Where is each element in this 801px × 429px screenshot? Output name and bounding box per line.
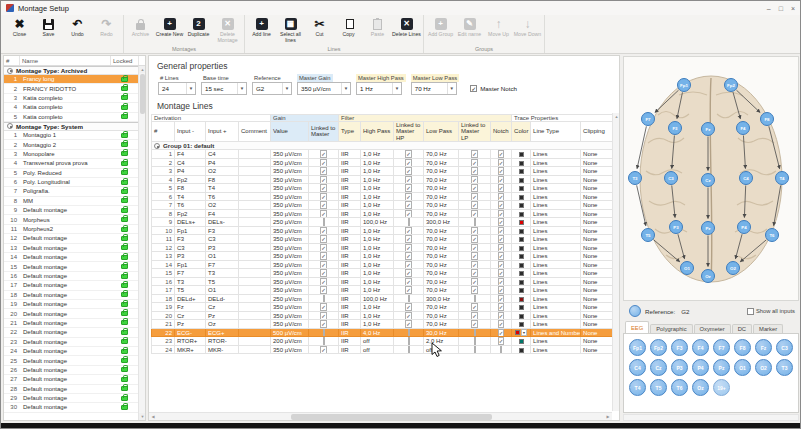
save-button[interactable]: Save bbox=[34, 16, 63, 45]
input-electrode-fp1[interactable]: Fp1 bbox=[629, 339, 646, 356]
input-minus-cell[interactable]: F8 bbox=[175, 184, 206, 193]
clipping-cell[interactable]: None bbox=[581, 269, 614, 278]
comment-cell[interactable] bbox=[239, 209, 271, 218]
filter-type-cell[interactable]: IIR bbox=[339, 252, 361, 261]
line-row[interactable]: 8Fp2F4350 µV/cm✓IIR1,0 Hz✓70,0 Hz✓✓Lines… bbox=[152, 209, 614, 218]
gain-cell[interactable]: 350 µV/cm bbox=[271, 235, 309, 244]
color-cell[interactable] bbox=[512, 158, 531, 167]
line-type-cell[interactable]: Lines bbox=[531, 184, 581, 193]
montage-row[interactable]: 2Montaggio 2 bbox=[4, 140, 138, 149]
montage-row[interactable]: 24Default montage bbox=[4, 347, 138, 356]
map-electrode-t3[interactable]: T3 bbox=[629, 172, 642, 185]
comment-cell[interactable] bbox=[239, 294, 271, 303]
clipping-cell[interactable]: None bbox=[581, 243, 614, 252]
checkbox[interactable]: ✓ bbox=[471, 286, 478, 294]
gain-cell[interactable]: 350 µV/cm bbox=[271, 167, 309, 176]
filter-type-cell[interactable]: IIR bbox=[339, 209, 361, 218]
montage-group-header[interactable]: Montage Type: System bbox=[4, 122, 138, 131]
tab-marker[interactable]: Marker bbox=[753, 324, 783, 333]
comment-cell[interactable] bbox=[239, 337, 271, 346]
line-type-cell[interactable]: Lines bbox=[531, 294, 581, 303]
input-minus-cell[interactable]: T4 bbox=[175, 192, 206, 201]
low-pass-cell[interactable]: 30,0 Hz bbox=[424, 328, 459, 337]
color-swatch[interactable] bbox=[519, 186, 524, 191]
montage-row[interactable]: 23Default montage bbox=[4, 338, 138, 347]
checkbox[interactable]: ✓ bbox=[320, 252, 327, 260]
filter-type-cell[interactable]: IIR bbox=[339, 226, 361, 235]
input-electrode-19[interactable]: 19+ bbox=[713, 379, 730, 396]
input-electrode-t6[interactable]: T6 bbox=[671, 379, 688, 396]
gain-cell[interactable]: 350 µV/cm bbox=[271, 184, 309, 193]
high-pass-cell[interactable]: 1,0 Hz bbox=[361, 175, 394, 184]
clipping-cell[interactable]: None bbox=[581, 158, 614, 167]
checkbox[interactable]: ✓ bbox=[320, 312, 327, 320]
checkbox[interactable] bbox=[500, 346, 502, 354]
clipping-cell[interactable]: None bbox=[581, 201, 614, 210]
input-plus-cell[interactable]: T3 bbox=[206, 269, 239, 278]
line-type-cell[interactable]: Lines bbox=[531, 277, 581, 286]
line-type-cell[interactable]: Lines bbox=[531, 158, 581, 167]
montage-row[interactable]: 25Default montage bbox=[4, 356, 138, 365]
clipping-cell[interactable]: None bbox=[581, 184, 614, 193]
checkbox[interactable]: ✓ bbox=[471, 278, 478, 286]
low-pass-cell[interactable]: 70,0 Hz bbox=[424, 277, 459, 286]
clipping-cell[interactable]: None bbox=[581, 260, 614, 269]
input-minus-cell[interactable]: Fp1 bbox=[175, 226, 206, 235]
checkbox[interactable]: ✓ bbox=[320, 193, 327, 201]
checkbox[interactable]: ✓ bbox=[498, 278, 505, 286]
input-electrode-f3[interactable]: F3 bbox=[671, 339, 688, 356]
clipping-cell[interactable]: None bbox=[581, 337, 614, 346]
line-type-cell[interactable]: Lines bbox=[531, 218, 581, 227]
montage-row[interactable]: 18Default montage bbox=[4, 291, 138, 300]
input-plus-cell[interactable]: Cz bbox=[206, 303, 239, 312]
montage-row[interactable]: 2FRANCY RIDOTTO bbox=[4, 84, 138, 93]
montage-group-header[interactable]: Montage Type: Archived bbox=[4, 66, 138, 75]
high-pass-cell[interactable]: 1,0 Hz bbox=[361, 252, 394, 261]
color-swatch[interactable] bbox=[519, 212, 524, 217]
montage-row[interactable]: 15Default montage bbox=[4, 262, 138, 271]
checkbox[interactable]: ✓ bbox=[498, 303, 505, 311]
input-plus-cell[interactable]: O2 bbox=[206, 167, 239, 176]
high-pass-cell[interactable]: 1,0 Hz bbox=[361, 184, 394, 193]
input-plus-cell[interactable]: P4 bbox=[206, 158, 239, 167]
checkbox[interactable]: ✓ bbox=[320, 244, 327, 252]
line-type-cell[interactable]: Lines bbox=[531, 260, 581, 269]
line-type-cell[interactable]: Lines bbox=[531, 269, 581, 278]
right-panel-scrollbar[interactable] bbox=[623, 414, 799, 421]
line-row[interactable]: 14Fp1F7350 µV/cm✓IIR1,0 Hz✓70,0 Hz✓✓Line… bbox=[152, 260, 614, 269]
comment-cell[interactable] bbox=[239, 243, 271, 252]
low-pass-cell[interactable]: 70,0 Hz bbox=[424, 286, 459, 295]
checkbox[interactable]: ✓ bbox=[405, 235, 412, 243]
map-electrode-t6[interactable]: T6 bbox=[766, 229, 779, 242]
line-row[interactable]: 18DELd+DELd-250 µV/cmIIR100,0 Hz300,0 Hz… bbox=[152, 294, 614, 303]
input-minus-cell[interactable]: T3 bbox=[175, 277, 206, 286]
montage-row[interactable]: 27Default montage bbox=[4, 375, 138, 384]
scroll-right-icon[interactable]: ▶ bbox=[604, 413, 612, 421]
gain-cell[interactable]: 350 µV/cm bbox=[271, 175, 309, 184]
input-electrode-oz[interactable]: Oz bbox=[692, 379, 709, 396]
checkbox[interactable]: ✓ bbox=[498, 201, 505, 209]
clipping-cell[interactable]: None bbox=[581, 150, 614, 159]
comment-cell[interactable] bbox=[239, 260, 271, 269]
line-row[interactable]: 7T6O2350 µV/cm✓IIR1,0 Hz✓70,0 Hz✓✓LinesN… bbox=[152, 201, 614, 210]
clipping-cell[interactable]: None bbox=[581, 218, 614, 227]
checkbox[interactable] bbox=[474, 218, 476, 226]
input-electrode-fp2[interactable]: Fp2 bbox=[650, 339, 667, 356]
montage-row[interactable]: 8MM bbox=[4, 197, 138, 206]
scroll-left-icon[interactable]: ◀ bbox=[149, 413, 157, 421]
input-minus-cell[interactable]: P3 bbox=[175, 252, 206, 261]
scroll-down-icon[interactable]: ▼ bbox=[139, 413, 146, 420]
high-pass-cell[interactable]: 1,0 Hz bbox=[361, 150, 394, 159]
line-row[interactable]: 19FzCz350 µV/cm✓IIR1,0 Hz✓70,0 Hz✓✓Lines… bbox=[152, 303, 614, 312]
filter-type-cell[interactable]: IIR bbox=[339, 184, 361, 193]
comment-cell[interactable] bbox=[239, 328, 271, 337]
color-cell[interactable] bbox=[512, 201, 531, 210]
input-minus-cell[interactable]: DELs+ bbox=[175, 218, 206, 227]
input-plus-cell[interactable]: O1 bbox=[206, 252, 239, 261]
checkbox[interactable]: ✓ bbox=[471, 210, 478, 218]
close-button[interactable]: ✖Close bbox=[5, 16, 34, 45]
high-pass-cell[interactable]: 1,0 Hz bbox=[361, 320, 394, 329]
checkbox[interactable]: ✓ bbox=[320, 201, 327, 209]
line-row[interactable]: 3P4O2350 µV/cm✓IIR1,0 Hz✓70,0 Hz✓✓LinesN… bbox=[152, 167, 614, 176]
filter-type-cell[interactable]: IIR bbox=[339, 243, 361, 252]
